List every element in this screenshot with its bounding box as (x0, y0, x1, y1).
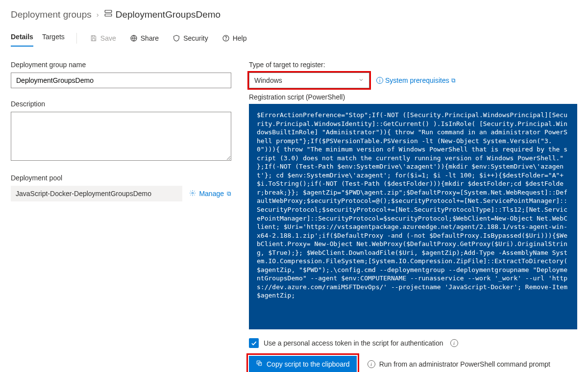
target-type-value: Windows (254, 76, 282, 84)
security-label: Security (183, 34, 208, 42)
open-external-icon: ⧉ (451, 77, 456, 84)
server-icon (104, 9, 113, 20)
dg-name-label: Deployment group name (11, 61, 231, 69)
save-button: Save (89, 32, 117, 44)
manage-label: Manage (199, 190, 224, 198)
tab-targets[interactable]: Targets (42, 30, 65, 47)
help-label: Help (233, 34, 247, 42)
shield-icon (172, 34, 180, 42)
help-button[interactable]: Help (221, 32, 248, 44)
description-label: Description (11, 100, 231, 108)
dg-name-input[interactable] (11, 73, 231, 88)
prereq-label: System prerequisites (385, 76, 449, 84)
divider (76, 33, 77, 44)
copy-script-button[interactable]: Copy script to the clipboard (249, 356, 357, 372)
gear-icon (189, 190, 196, 198)
help-icon (222, 34, 230, 42)
chevron-down-icon (358, 76, 364, 84)
chevron-right-icon: › (97, 10, 99, 19)
copy-icon (256, 360, 263, 368)
pat-label: Use a personal access token in the scrip… (264, 339, 443, 347)
share-button[interactable]: Share (129, 32, 160, 44)
command-bar: Details Targets Save Share Security (11, 30, 577, 47)
copy-label: Copy script to the clipboard (267, 360, 350, 368)
svg-rect-5 (92, 39, 95, 41)
registration-script-box[interactable]: $ErrorActionPreference="Stop";If(-NOT ([… (249, 104, 577, 329)
svg-rect-0 (105, 10, 112, 13)
breadcrumb: Deployment groups › DeploymentGroupsDemo (11, 9, 577, 20)
main-content: Deployment group name Description Deploy… (11, 61, 577, 372)
info-icon: i (376, 77, 383, 84)
save-label: Save (100, 34, 116, 42)
pool-name-display: JavaScript-Docker-DeploymentGroupsDemo (11, 186, 182, 201)
share-label: Share (141, 34, 159, 42)
left-column: Deployment group name Description Deploy… (11, 61, 231, 372)
svg-point-8 (225, 40, 226, 40)
svg-rect-1 (105, 14, 112, 17)
share-icon (130, 34, 138, 42)
tab-details[interactable]: Details (11, 30, 33, 47)
system-prerequisites-link[interactable]: i System prerequisites ⧉ (376, 76, 456, 84)
target-type-label: Type of target to register: (249, 61, 577, 69)
save-icon (90, 34, 98, 42)
info-icon[interactable]: i (450, 339, 458, 347)
info-icon: i (368, 360, 375, 368)
svg-rect-4 (92, 36, 95, 37)
target-type-select[interactable]: Windows (249, 73, 369, 88)
pat-checkbox[interactable] (249, 338, 259, 348)
manage-pool-link[interactable]: Manage ⧉ (189, 190, 231, 198)
pool-label: Deployment pool (11, 174, 231, 182)
security-button[interactable]: Security (172, 32, 209, 44)
open-external-icon: ⧉ (227, 190, 231, 197)
description-input[interactable] (11, 112, 231, 161)
svg-point-9 (192, 192, 194, 194)
script-label: Registration script (PowerShell) (249, 93, 577, 101)
run-hint: Run from an administrator PowerShell com… (379, 360, 550, 368)
breadcrumb-current: DeploymentGroupsDemo (116, 9, 220, 20)
breadcrumb-parent[interactable]: Deployment groups (11, 9, 92, 20)
right-column: Type of target to register: Windows i Sy… (249, 61, 577, 372)
